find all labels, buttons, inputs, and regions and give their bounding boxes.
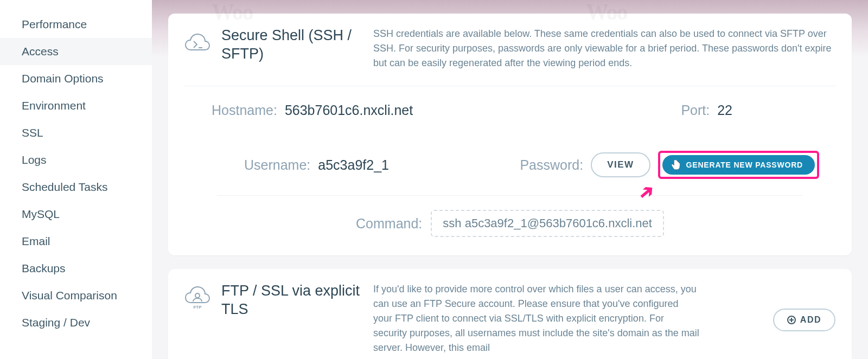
ssh-hostname-port-row: Hostname: 563b7601c6.nxcli.net Port: 22 (168, 86, 852, 134)
sidebar-label: Access (22, 45, 59, 57)
password-label: Password: (520, 157, 583, 173)
port-field: Port: 22 (681, 102, 732, 118)
content-area: Secure Shell (SSH / SFTP) SSH credential… (152, 0, 868, 359)
sidebar-label: Environment (22, 99, 86, 112)
sidebar-label: Performance (22, 18, 87, 30)
cloud-shell-icon (184, 30, 210, 56)
sidebar-item-backups[interactable]: Backups (0, 255, 152, 282)
highlight-annotation: GENERATE NEW PASSWORD ➔ (658, 151, 819, 179)
username-field: Username: a5c3a9f2_1 (244, 157, 389, 173)
sidebar-label: MySQL (22, 208, 60, 220)
sidebar-item-access[interactable]: Access (0, 38, 152, 65)
add-button-wrap: ADD (773, 309, 835, 331)
username-label: Username: (244, 157, 310, 173)
cursor-pointer-icon (670, 159, 682, 171)
sidebar: Performance Access Domain Options Enviro… (0, 0, 152, 359)
ssh-card: Secure Shell (SSH / SFTP) SSH credential… (168, 14, 852, 255)
plus-icon (787, 316, 796, 324)
svg-text:FTP: FTP (193, 305, 202, 310)
sidebar-label: Backups (22, 262, 66, 274)
sidebar-label: Scheduled Tasks (22, 181, 107, 193)
sidebar-label: Staging / Dev (22, 316, 90, 329)
svg-point-0 (195, 293, 200, 298)
ssh-card-header: Secure Shell (SSH / SFTP) SSH credential… (168, 14, 852, 86)
add-ftp-button[interactable]: ADD (773, 309, 835, 331)
ftp-card-title: FTP / SSL via explicit TLS (221, 282, 362, 319)
ftp-card-description: If you'd like to provide more control ov… (373, 282, 700, 355)
sidebar-item-visual-comparison[interactable]: Visual Comparison (0, 282, 152, 309)
sidebar-item-email[interactable]: Email (0, 228, 152, 255)
ssh-card-title: Secure Shell (SSH / SFTP) (221, 27, 362, 63)
sidebar-label: SSL (22, 126, 43, 139)
sidebar-label: Email (22, 235, 50, 247)
sidebar-item-domain-options[interactable]: Domain Options (0, 65, 152, 92)
sidebar-label: Domain Options (22, 72, 104, 85)
sidebar-item-ssl[interactable]: SSL (0, 119, 152, 146)
sidebar-item-staging-dev[interactable]: Staging / Dev (0, 309, 152, 336)
username-value: a5c3a9f2_1 (318, 157, 389, 173)
page-container: Performance Access Domain Options Enviro… (0, 0, 868, 359)
ssh-username-password-row: Username: a5c3a9f2_1 Password: VIEW GENE… (168, 134, 852, 195)
sidebar-item-environment[interactable]: Environment (0, 92, 152, 119)
command-value-box[interactable]: ssh a5c3a9f2_1@563b7601c6.nxcli.net (431, 210, 664, 237)
sidebar-label: Logs (22, 153, 47, 166)
port-label: Port: (681, 102, 710, 118)
hostname-value: 563b7601c6.nxcli.net (285, 102, 413, 118)
sidebar-item-performance[interactable]: Performance (0, 11, 152, 38)
sidebar-label: Visual Comparison (22, 289, 117, 302)
bg-woo-logo-right: Woo (586, 0, 627, 25)
generate-password-button[interactable]: GENERATE NEW PASSWORD (662, 155, 815, 175)
ssh-command-row: Command: ssh a5c3a9f2_1@563b7601c6.nxcli… (168, 196, 852, 255)
add-button-label: ADD (800, 315, 821, 325)
ftp-card-header: FTP FTP / SSL via explicit TLS If you'd … (168, 269, 852, 359)
command-label: Command: (356, 216, 422, 232)
hostname-field: Hostname: 563b7601c6.nxcli.net (212, 102, 413, 118)
sidebar-item-scheduled-tasks[interactable]: Scheduled Tasks (0, 174, 152, 201)
ftp-cloud-icon: FTP (184, 285, 210, 311)
ssh-card-description: SSH credentials are available below. The… (373, 27, 835, 70)
generate-password-label: GENERATE NEW PASSWORD (686, 161, 803, 169)
hostname-label: Hostname: (212, 102, 277, 118)
password-field: Password: VIEW GENERATE NEW PASSWORD ➔ (520, 151, 819, 179)
bg-woo-logo-left: Woo (212, 0, 253, 25)
sidebar-item-mysql[interactable]: MySQL (0, 201, 152, 228)
sidebar-item-logs[interactable]: Logs (0, 146, 152, 174)
ftp-card: FTP FTP / SSL via explicit TLS If you'd … (168, 269, 852, 359)
view-password-button[interactable]: VIEW (591, 152, 650, 177)
port-value: 22 (717, 102, 732, 118)
